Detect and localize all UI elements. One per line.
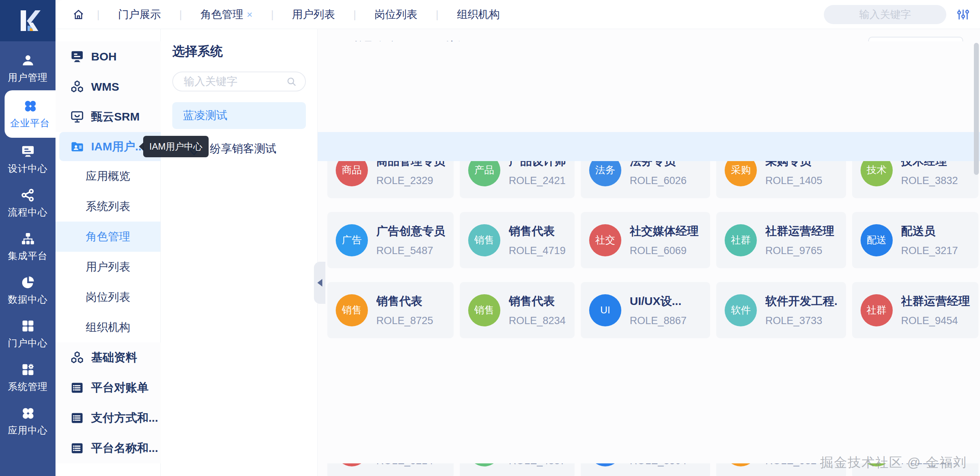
sidebar-item-icon	[70, 350, 84, 365]
rail-item-icon	[21, 362, 35, 377]
nav-tab[interactable]: 门户展示	[109, 4, 169, 25]
role-code: ROLE_2329	[376, 175, 445, 187]
tab-close-icon[interactable]: ×	[247, 10, 253, 20]
primary-nav-rail: 用户管理 企业平台 设计中心 流程中心 集成平台 数据中心	[0, 0, 56, 476]
rail-item[interactable]: 用户管理	[0, 47, 56, 90]
role-meta: 社交媒体经理 ROLE_6069	[630, 223, 699, 257]
rail-item-label: 数据中心	[8, 293, 48, 306]
avatar: 社群	[861, 294, 893, 326]
sidebar-item-icon	[70, 441, 84, 455]
rail-item-icon	[21, 144, 35, 159]
rail-item-icon	[21, 188, 35, 202]
sidebar-item-label: 系统列表	[86, 199, 130, 214]
sidebar-item[interactable]: 角色管理	[56, 222, 160, 252]
sidebar-item[interactable]: 组织机构	[56, 312, 160, 342]
nav-tab[interactable]: 岗位列表	[366, 4, 426, 25]
role-card[interactable]: 销售 销售代表 ROLE_8234	[460, 282, 575, 338]
role-code: ROLE_9454	[901, 315, 970, 327]
rail-item[interactable]: 企业平台	[5, 90, 56, 138]
global-search-placeholder: 输入关键字	[859, 8, 911, 21]
sidebar-item-label: 甄云SRM	[91, 109, 140, 125]
sidebar-item-label: 用户列表	[86, 259, 130, 275]
rail-items: 用户管理 企业平台 设计中心 流程中心 集成平台 数据中心	[0, 41, 56, 443]
role-card[interactable]: 软件 软件开发工程. ROLE_3733	[716, 282, 846, 338]
sidebar-item[interactable]: 岗位列表	[56, 282, 160, 312]
rail-item[interactable]: 门户中心	[0, 312, 56, 356]
avatar-initials: 商品	[342, 163, 362, 177]
role-card[interactable]: 社群 社群运营经理 ROLE_9454	[852, 282, 978, 338]
role-code: ROLE_3217	[901, 245, 958, 257]
role-code: ROLE_4719	[509, 245, 566, 257]
role-card[interactable]: 配送 配送员 ROLE_3217	[852, 212, 978, 268]
rail-item-label: 应用中心	[8, 424, 48, 437]
avatar-initials: 销售	[474, 233, 494, 247]
sidebar-item-label: 角色管理	[86, 229, 130, 245]
rail-item-label: 集成平台	[8, 249, 48, 262]
filter-sliders-icon[interactable]	[956, 8, 970, 21]
rail-item-icon	[23, 99, 38, 113]
tab-divider: |	[353, 8, 356, 21]
collapse-arrow-icon	[317, 279, 322, 287]
role-code: ROLE_2421	[509, 175, 566, 187]
nav-tab[interactable]: 组织机构	[449, 4, 508, 25]
global-search-input[interactable]: 输入关键字	[824, 5, 946, 24]
role-code: ROLE_8234	[509, 315, 566, 327]
avatar-initials: UI	[600, 304, 610, 316]
app-logo[interactable]	[0, 0, 56, 41]
sidebar-item-icon	[70, 80, 84, 94]
system-panel: 选择系统 输入关键字 蓝凌测试 纷享销客测试	[161, 29, 318, 476]
tooltip: IAM用户中心	[143, 136, 209, 157]
role-code: ROLE_3733	[765, 315, 837, 327]
role-card[interactable]: 社群 社群运营经理 ROLE_9765	[716, 212, 846, 268]
vertical-scrollbar[interactable]	[974, 38, 979, 472]
rail-item-label: 流程中心	[8, 206, 48, 218]
sidebar-item[interactable]: 应用概览	[56, 161, 160, 191]
sidebar-item[interactable]: 系统列表	[56, 191, 160, 222]
rail-item[interactable]: 系统管理	[0, 356, 56, 399]
avatar: 软件	[725, 294, 757, 326]
rail-item[interactable]: 应用中心	[0, 399, 56, 443]
tab-label: 组织机构	[457, 7, 500, 22]
role-card[interactable]: 销售 销售代表 ROLE_4719	[460, 212, 575, 268]
role-card[interactable]: 销售 销售代表 ROLE_8725	[327, 282, 454, 338]
system-item-selected[interactable]: 蓝凌测试	[172, 102, 306, 129]
sidebar-item-label: IAM用户...	[91, 139, 145, 155]
avatar: 销售	[468, 224, 500, 256]
rail-item-label: 门户中心	[8, 337, 48, 349]
watermark-text: 掘金技术社区 @ 金福刘	[820, 454, 967, 471]
sidebar-item[interactable]: 用户列表	[56, 252, 160, 282]
tab-wrap: | 组织机构	[426, 4, 508, 25]
rail-item-label: 设计中心	[8, 162, 48, 175]
nav-tab[interactable]: 角色管理 ×	[192, 4, 261, 25]
avatar-initials: 销售	[474, 303, 494, 317]
rail-item-icon	[21, 406, 35, 421]
system-search-input[interactable]: 输入关键字	[172, 72, 306, 91]
role-name: 销售代表	[509, 223, 566, 239]
sidebar-item-icon	[70, 49, 84, 64]
rail-item[interactable]: 设计中心	[0, 138, 56, 181]
home-icon[interactable]	[72, 8, 85, 21]
nav-tab[interactable]: 用户列表	[284, 4, 343, 25]
avatar-initials: 技术	[867, 163, 887, 177]
role-code: ROLE_3832	[901, 175, 958, 187]
panel-collapse-handle[interactable]	[314, 262, 325, 304]
rail-item[interactable]: 数据中心	[0, 269, 56, 312]
tab-label: 岗位列表	[374, 7, 417, 22]
sidebar-item-icon	[70, 381, 84, 395]
scrollbar-thumb[interactable]	[974, 43, 979, 175]
sidebar-item-label: 组织机构	[86, 320, 130, 335]
rail-item[interactable]: 集成平台	[0, 225, 56, 269]
avatar-initials: 产品	[474, 163, 494, 177]
tab-divider: |	[436, 8, 438, 21]
role-card[interactable]: 广告 广告创意专员 ROLE_5487	[327, 212, 454, 268]
rail-item[interactable]: 流程中心	[0, 181, 56, 225]
system-item-label: 蓝凌测试	[183, 108, 227, 123]
app-sidebar: BOH WMS 甄云SRM IAM用户... 应用概览 系统列表	[56, 29, 161, 476]
role-card[interactable]: UI UI/UX设... ROLE_8867	[581, 282, 710, 338]
sidebar-item-label: 岗位列表	[86, 290, 130, 305]
tab-divider: |	[179, 8, 182, 21]
sidebar-item-label: 平台名称和...	[91, 440, 158, 456]
system-search-placeholder: 输入关键字	[184, 74, 237, 89]
role-card[interactable]: 社交 社交媒体经理 ROLE_6069	[581, 212, 710, 268]
system-item-label: 纷享销客测试	[210, 141, 276, 156]
